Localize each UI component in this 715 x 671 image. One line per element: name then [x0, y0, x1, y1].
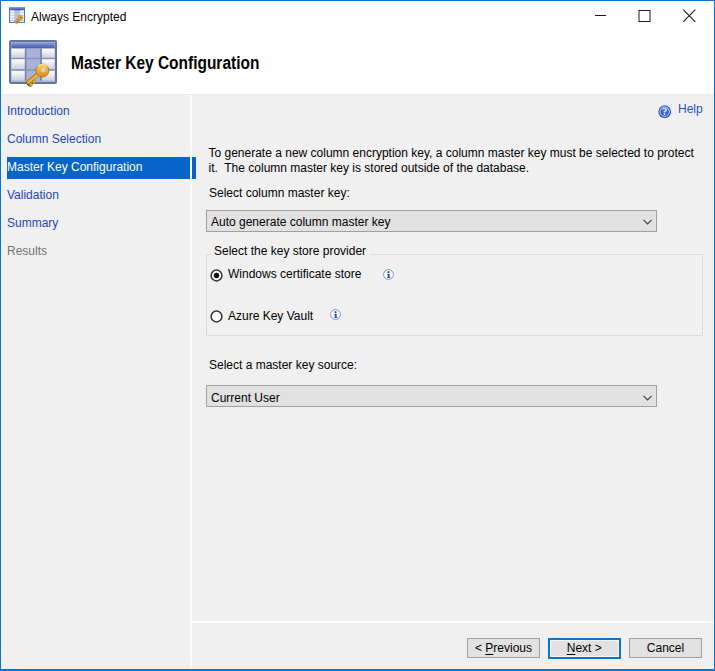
svg-text:?: ? — [662, 106, 667, 117]
